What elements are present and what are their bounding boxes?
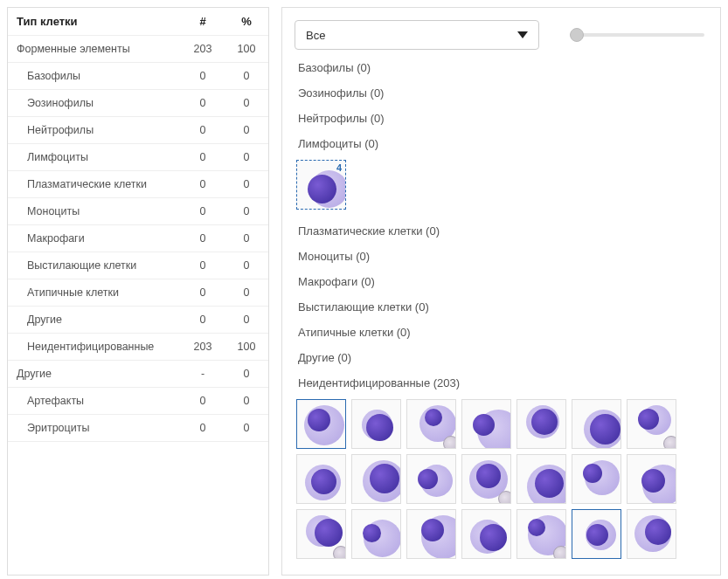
cell-percent: 100 [225, 334, 268, 361]
cell-thumbnail[interactable] [351, 399, 401, 449]
cell-thumbnail[interactable]: 4 [296, 160, 346, 210]
table-row[interactable]: Макрофаги00 [8, 225, 268, 252]
cell-type-label: Эозинофилы [8, 90, 181, 117]
table-row[interactable]: Форменные элементы203100 [8, 36, 268, 63]
cell-type-label: Плазматические клетки [8, 171, 181, 198]
table-row[interactable]: Моноциты00 [8, 198, 268, 225]
table-row[interactable]: Эритроциты00 [8, 415, 268, 442]
svg-marker-0 [517, 31, 528, 38]
cell-type-label: Атипичные клетки [8, 279, 181, 307]
cell-thumbnail[interactable] [517, 509, 566, 559]
cell-thumbnail[interactable] [406, 454, 456, 504]
cell-thumbnail[interactable] [351, 454, 401, 504]
table-row[interactable]: Неидентифицированные203100 [8, 334, 268, 361]
cell-type-label: Артефакты [8, 388, 181, 415]
table-row[interactable]: Атипичные клетки00 [8, 279, 268, 307]
cell-count: 203 [181, 334, 225, 361]
cell-type-label: Форменные элементы [8, 36, 181, 63]
table-row[interactable]: Нейтрофилы00 [8, 117, 268, 144]
group-label: Плазматические клетки (0) [295, 218, 711, 244]
filter-selected-label: Все [306, 29, 325, 42]
cell-count: 203 [181, 36, 225, 63]
cell-thumbnail[interactable] [406, 509, 456, 559]
group-label: Лимфоциты (0) [295, 131, 711, 156]
cell-thumbnail[interactable] [406, 399, 456, 449]
cell-thumbnail[interactable] [461, 509, 511, 559]
cell-type-label: Выстилающие клетки [8, 252, 181, 279]
thumbnail-row: 4 [295, 156, 711, 218]
cell-type-label: Другие [8, 361, 181, 388]
cell-type-label: Макрофаги [8, 225, 181, 252]
cell-type-label: Базофилы [8, 63, 181, 90]
gallery-panel: Все Базофилы (0)Эозинофилы (0)Нейтрофилы… [281, 7, 721, 576]
cell-count: 0 [181, 171, 225, 198]
cell-thumbnail[interactable] [627, 454, 676, 504]
cell-thumbnail[interactable] [517, 399, 566, 449]
cell-percent: 0 [225, 307, 268, 334]
group-label: Макрофаги (0) [295, 269, 711, 294]
group-label: Эозинофилы (0) [295, 80, 711, 106]
table-row[interactable]: Лимфоциты00 [8, 144, 268, 171]
cell-percent: 0 [225, 252, 268, 279]
table-row[interactable]: Базофилы00 [8, 63, 268, 90]
cell-thumbnail[interactable] [627, 509, 676, 559]
group-label: Выстилающие клетки (0) [295, 294, 711, 320]
cell-count: 0 [181, 279, 225, 307]
cell-thumbnail[interactable] [461, 454, 511, 504]
col-header-type: Тип клетки [8, 8, 181, 36]
cell-thumbnail[interactable] [296, 454, 346, 504]
cell-count: 0 [181, 307, 225, 334]
slider-thumb[interactable] [570, 28, 584, 42]
thumbnail-badge: 4 [336, 162, 342, 173]
cell-thumbnail[interactable] [461, 399, 511, 449]
cell-percent: 0 [225, 117, 268, 144]
cell-percent: 0 [225, 198, 268, 225]
cell-count: 0 [181, 225, 225, 252]
cell-count: 0 [181, 388, 225, 415]
cell-type-label: Эритроциты [8, 415, 181, 442]
cell-percent: 0 [225, 225, 268, 252]
cell-percent: 0 [225, 144, 268, 171]
gallery-scroll-area[interactable]: Базофилы (0)Эозинофилы (0)Нейтрофилы (0)… [295, 55, 717, 568]
cell-thumbnail[interactable] [517, 454, 566, 504]
cell-thumbnail[interactable] [351, 509, 401, 559]
cell-count: 0 [181, 144, 225, 171]
cell-type-label: Другие [8, 307, 181, 334]
cell-thumbnail[interactable] [572, 399, 621, 449]
cell-percent: 0 [225, 279, 268, 307]
table-row[interactable]: Выстилающие клетки00 [8, 252, 268, 279]
cell-thumbnail[interactable] [627, 399, 676, 449]
filter-dropdown[interactable]: Все [295, 20, 539, 50]
slider-track [574, 33, 704, 37]
cell-count: 0 [181, 90, 225, 117]
cell-percent: 0 [225, 63, 268, 90]
cell-thumbnail[interactable] [572, 509, 621, 559]
group-label: Атипичные клетки (0) [295, 320, 711, 345]
cell-thumbnail[interactable] [296, 399, 346, 449]
cell-count: 0 [181, 198, 225, 225]
cell-type-label: Неидентифицированные [8, 334, 181, 361]
zoom-slider[interactable] [574, 33, 704, 37]
table-row[interactable]: Артефакты00 [8, 388, 268, 415]
cell-thumbnail[interactable] [296, 509, 346, 559]
cell-count: - [181, 361, 225, 388]
cell-type-table: Тип клетки # % Форменные элементы203100Б… [8, 8, 268, 442]
group-label: Другие (0) [295, 345, 711, 370]
cell-thumbnail[interactable] [572, 454, 621, 504]
cell-count: 0 [181, 415, 225, 442]
cell-percent: 0 [225, 361, 268, 388]
cell-count: 0 [181, 63, 225, 90]
cell-count: 0 [181, 117, 225, 144]
cell-percent: 100 [225, 36, 268, 63]
table-row[interactable]: Эозинофилы00 [8, 90, 268, 117]
cell-type-table-panel: Тип клетки # % Форменные элементы203100Б… [7, 7, 269, 576]
group-label: Базофилы (0) [295, 55, 711, 80]
cell-percent: 0 [225, 415, 268, 442]
table-row[interactable]: Другие-0 [8, 361, 268, 388]
cell-percent: 0 [225, 171, 268, 198]
cell-count: 0 [181, 252, 225, 279]
cell-type-label: Нейтрофилы [8, 117, 181, 144]
chevron-down-icon [517, 31, 528, 38]
table-row[interactable]: Другие00 [8, 307, 268, 334]
table-row[interactable]: Плазматические клетки00 [8, 171, 268, 198]
